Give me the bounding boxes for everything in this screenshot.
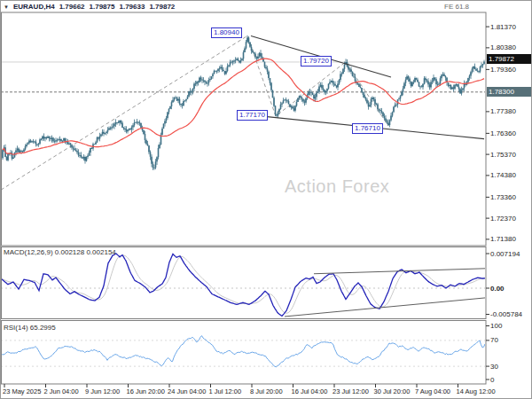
- macd-indicator-label: MACD(12,26,9) 0.002128 0.002154: [4, 248, 116, 256]
- price-trendline-1: [251, 35, 391, 77]
- macd-main-line: [1, 254, 486, 316]
- price-trendline-2: [261, 116, 484, 139]
- macd-value-signal: 0.002154: [86, 248, 115, 256]
- macd-trendline-2: [285, 298, 486, 317]
- main-panel-graphics: [1, 35, 486, 190]
- rsi-label: RSI(14): [4, 324, 28, 332]
- panel-border-1: [2, 12, 487, 246]
- chart-canvas[interactable]: [1, 1, 532, 399]
- macd-trendline-1: [314, 269, 486, 274]
- rsi-value: 65.2995: [30, 324, 56, 332]
- moving-average-line: [3, 59, 484, 154]
- chart-window: ▼ EURAUD,H4 1.79662 1.79875 1.79633 1.79…: [0, 0, 532, 399]
- macd-value-main: 0.002128: [55, 248, 84, 256]
- rsi-indicator-label: RSI(14) 65.2995: [4, 324, 56, 332]
- macd-label: MACD(12,26,9): [4, 248, 53, 256]
- candle-bodies: [2, 38, 485, 168]
- rsi-panel-graphics: [1, 336, 486, 367]
- panel-border-2: [2, 247, 487, 319]
- macd-panel-graphics: [1, 254, 486, 317]
